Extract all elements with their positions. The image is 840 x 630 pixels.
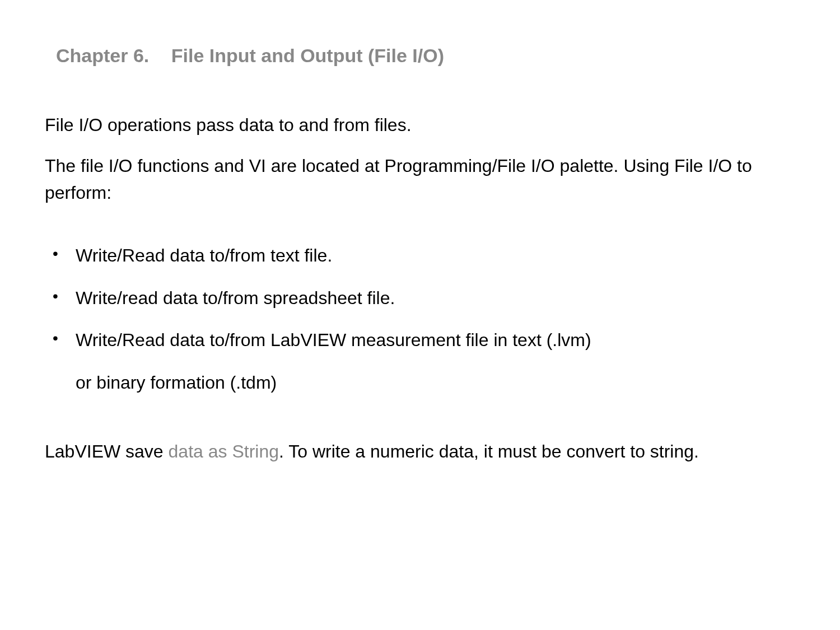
bullet-item-3: Write/Read data to/from LabVIEW measurem… [45, 324, 795, 357]
closing-gray-text: data as String [169, 441, 279, 461]
bullet-list: Write/Read data to/from text file. Write… [45, 240, 795, 399]
intro-paragraph-2: The file I/O functions and VI are locate… [45, 152, 795, 206]
bullet-item-1: Write/Read data to/from text file. [45, 240, 795, 272]
closing-part-3: . To write a numeric data, it must be co… [279, 441, 699, 461]
closing-part-1: LabVIEW save [45, 441, 169, 461]
bullet-item-2: Write/read data to/from spreadsheet file… [45, 282, 795, 315]
chapter-number: Chapter 6. [56, 45, 149, 67]
chapter-title: Chapter 6. File Input and Output (File I… [56, 45, 795, 67]
chapter-name: File Input and Output (File I/O) [171, 45, 444, 66]
closing-paragraph: LabVIEW save data as String. To write a … [45, 438, 795, 465]
intro-paragraph-1: File I/O operations pass data to and fro… [45, 111, 795, 138]
bullet-item-3-continuation: or binary formation (.tdm) [45, 367, 795, 399]
